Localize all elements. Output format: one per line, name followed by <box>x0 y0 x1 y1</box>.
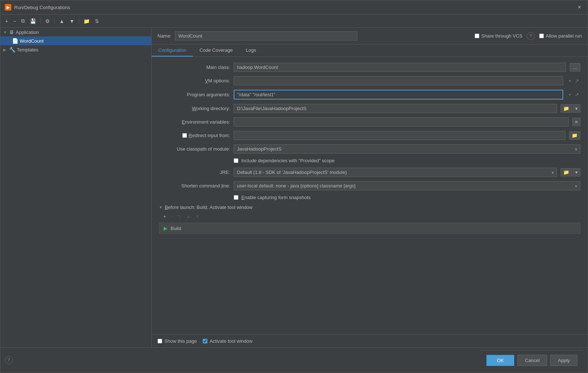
allow-parallel-checkbox-label[interactable]: Allow parallel run <box>539 33 582 39</box>
redirect-input-input[interactable] <box>234 131 565 140</box>
add-config-button[interactable]: + <box>3 17 10 25</box>
dialog-title: Run/Debug Configurations <box>14 5 70 10</box>
before-launch-down-button[interactable]: ▼ <box>194 213 201 220</box>
enable-snapshots-label[interactable]: Enable capturing form snapshots <box>241 195 311 200</box>
before-launch-remove-button[interactable]: − <box>169 213 175 220</box>
activate-tool-window-checkbox[interactable] <box>203 339 207 343</box>
env-vars-input[interactable] <box>234 117 569 127</box>
env-vars-label: Environment variables: <box>159 119 230 125</box>
redirect-input-label: Redirect input from: <box>159 133 230 138</box>
env-vars-row: Environment variables: ≡ <box>159 117 580 127</box>
tree-label-templates: Templates <box>17 47 38 53</box>
enable-snapshots-row: Enable capturing form snapshots <box>234 195 580 200</box>
name-label: Name: <box>157 33 171 39</box>
sort-button[interactable]: ⇅ <box>93 17 101 25</box>
title-bar: ▶ Run/Debug Configurations × <box>0 0 588 15</box>
shorten-cl-select-wrapper: user-local default: none - java [options… <box>234 181 580 190</box>
save-config-button[interactable]: 💾 <box>28 17 38 25</box>
toolbar-separator <box>40 18 41 24</box>
working-dir-folder-button[interactable]: 📁 <box>561 104 572 113</box>
main-class-input[interactable] <box>234 63 566 72</box>
jre-dropdown-button[interactable]: ▾ <box>573 168 580 176</box>
cancel-button[interactable]: Cancel <box>517 355 547 366</box>
program-args-arrow-button[interactable]: ↗ <box>573 91 580 98</box>
tab-code-coverage[interactable]: Code Coverage <box>193 44 239 57</box>
tree-label-application: Application <box>16 30 39 35</box>
share-vcs-checkbox[interactable] <box>475 34 479 38</box>
move-down-button[interactable]: ▼ <box>67 17 76 25</box>
tree-arrow-application: ▼ <box>3 30 8 34</box>
ok-button[interactable]: OK <box>486 355 514 366</box>
shorten-cl-label: Shorten command line: <box>159 183 230 189</box>
before-launch-up-button[interactable]: ▲ <box>184 213 192 220</box>
tree-item-wordcount[interactable]: 📄 WordCount <box>0 36 151 45</box>
remove-config-button[interactable]: − <box>11 17 18 25</box>
program-args-expand-button[interactable]: + <box>567 91 573 98</box>
before-launch-add-button[interactable]: + <box>162 213 168 220</box>
name-row: Name: Share through VCS ? Allow parallel… <box>152 28 588 44</box>
bottom-help-icon[interactable]: ? <box>5 356 13 364</box>
config-content: Main class: ... VM options: + ↗ <box>152 57 588 334</box>
vm-options-arrow-button[interactable]: ↗ <box>573 77 580 84</box>
include-deps-row: Include dependencies with "Provided" sco… <box>234 158 580 163</box>
show-this-page-checkbox[interactable] <box>157 339 162 343</box>
app-icon: ▶ <box>5 4 11 11</box>
jre-select[interactable]: Default (1.8 - SDK of 'JavaHadoopProject… <box>234 168 557 177</box>
main-class-browse-button[interactable]: ... <box>570 63 580 71</box>
shorten-cl-row: Shorten command line: user-local default… <box>159 181 580 190</box>
help-icon[interactable]: ? <box>527 32 535 40</box>
allow-parallel-checkbox[interactable] <box>539 34 544 38</box>
build-item: ▶ Build <box>159 223 580 234</box>
include-deps-label[interactable]: Include dependencies with "Provided" sco… <box>241 158 335 163</box>
toolbar-separator-3 <box>79 18 79 24</box>
redirect-input-checkbox[interactable] <box>182 133 187 138</box>
redirect-input-browse-button[interactable]: 📁 <box>569 131 580 140</box>
tab-logs[interactable]: Logs <box>239 44 262 57</box>
classpath-select[interactable]: JavaHadoopProjectS <box>234 144 580 154</box>
copy-config-button[interactable]: ⧉ <box>19 17 27 25</box>
vm-options-actions: + ↗ <box>567 77 580 84</box>
program-args-actions: + ↗ <box>567 91 580 98</box>
program-args-label: Program arguments: <box>159 92 230 97</box>
before-launch-arrow[interactable]: ▼ <box>159 205 163 209</box>
program-args-input[interactable] <box>234 90 563 100</box>
activate-tool-window-label[interactable]: Activate tool window <box>203 338 253 344</box>
apply-button[interactable]: Apply <box>550 355 577 366</box>
bottom-checkboxes: Show this page Activate tool window <box>152 334 588 347</box>
tree-item-application[interactable]: ▼ 🖥 Application <box>0 28 151 36</box>
wordcount-icon: 📄 <box>12 38 18 44</box>
tree-item-templates[interactable]: ▶ 🔧 Templates <box>0 45 151 54</box>
before-launch-toolbar: + − ✎ ▲ ▼ <box>162 213 580 220</box>
vm-options-row: VM options: + ↗ <box>159 76 580 85</box>
name-options: Share through VCS ? Allow parallel run <box>475 32 582 40</box>
name-input[interactable] <box>175 31 357 40</box>
working-dir-dropdown-button[interactable]: ▾ <box>573 104 580 113</box>
vm-options-expand-button[interactable]: + <box>567 77 573 84</box>
share-vcs-checkbox-label[interactable]: Share through VCS <box>475 33 522 39</box>
toolbar-separator-2 <box>54 18 55 24</box>
shorten-cl-select[interactable]: user-local default: none - java [options… <box>234 181 580 190</box>
move-up-button[interactable]: ▲ <box>57 17 66 25</box>
tree-arrow-templates: ▶ <box>3 48 8 52</box>
vm-options-input[interactable] <box>234 76 563 85</box>
enable-snapshots-checkbox[interactable] <box>234 195 238 200</box>
folder-button[interactable]: 📁 <box>82 17 91 25</box>
left-panel: ▼ 🖥 Application 📄 WordCount ▶ 🔧 Template… <box>0 28 152 347</box>
working-dir-input[interactable] <box>234 104 557 113</box>
tab-configuration[interactable]: Configuration <box>152 44 193 57</box>
title-bar-left: ▶ Run/Debug Configurations <box>5 4 70 11</box>
close-button[interactable]: × <box>576 3 583 11</box>
jre-select-wrapper: Default (1.8 - SDK of 'JavaHadoopProject… <box>234 168 557 177</box>
jre-row: JRE: Default (1.8 - SDK of 'JavaHadoopPr… <box>159 168 580 177</box>
include-deps-checkbox[interactable] <box>234 158 238 163</box>
env-vars-edit-button[interactable]: ≡ <box>572 118 580 126</box>
show-this-page-label[interactable]: Show this page <box>157 338 197 344</box>
classpath-select-wrapper: JavaHadoopProjectS <box>234 144 580 154</box>
before-launch-edit-button[interactable]: ✎ <box>176 213 183 220</box>
bottom-bar: ? OK Cancel Apply <box>0 347 588 373</box>
tree-label-wordcount: WordCount <box>20 38 44 44</box>
jre-folder-button[interactable]: 📁 <box>561 168 572 176</box>
working-dir-row: Working directory: 📁 ▾ <box>159 104 580 113</box>
settings-button[interactable]: ⚙ <box>43 17 52 25</box>
working-dir-label: Working directory: <box>159 106 230 111</box>
